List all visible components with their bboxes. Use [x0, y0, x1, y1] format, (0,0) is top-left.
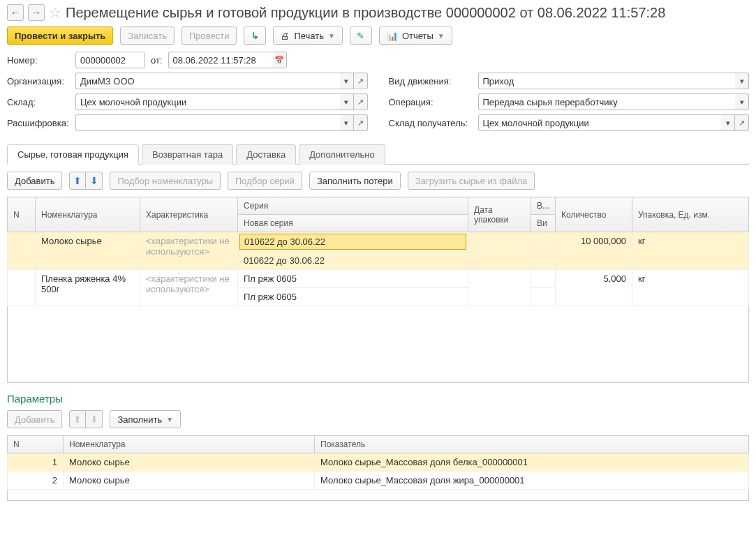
pcol-n[interactable]: N [8, 436, 64, 453]
params-add-button[interactable]: Добавить [7, 410, 62, 428]
col-qty[interactable]: Количество [556, 197, 632, 232]
cell-packdate [468, 270, 531, 306]
pcol-nom[interactable]: Номенклатура [64, 436, 315, 453]
params-move-down-button[interactable]: ⬇ [86, 410, 103, 428]
add-row-button[interactable]: Добавить [7, 172, 62, 190]
pcell-nom: Молоко сырье [64, 453, 315, 472]
table-row[interactable]: Пленка ряженка 4% 500г <характеристики н… [8, 270, 749, 288]
move-down-button[interactable]: ⬇ [86, 172, 103, 190]
col-characteristic[interactable]: Характеристика [140, 197, 238, 232]
green-arrow-icon [251, 31, 259, 41]
cell-series: Пл ряж 0605 [238, 270, 468, 288]
pcell-indicator: Молоко сырье_Массовая доля белка_0000000… [315, 453, 749, 472]
pick-series-button[interactable]: Подбор серий [228, 172, 302, 190]
warehouse-open-button[interactable]: ↗ [354, 93, 368, 110]
reports-button[interactable]: Отчеты ▼ [379, 27, 452, 45]
dest-wh-label: Склад получатель: [389, 118, 473, 128]
cell-char: <характеристики не используются> [140, 270, 238, 306]
cell-packdate [468, 232, 531, 270]
col-b[interactable]: В... [531, 197, 556, 215]
col-pack-date[interactable]: Дата упаковки [468, 197, 531, 232]
calendar-button[interactable]: 📅 [273, 52, 287, 68]
report-icon [387, 31, 398, 41]
favorite-star-icon[interactable]: ☆ [49, 4, 61, 21]
cell-nom: Пленка ряженка 4% 500г [36, 270, 140, 306]
tab-raw-materials[interactable]: Сырье, готовая продукция [7, 144, 139, 165]
page-title: Перемещение сырья и готовой продукции в … [66, 5, 665, 21]
print-button[interactable]: Печать ▼ [273, 27, 343, 45]
move-up-button[interactable]: ⬆ [69, 172, 86, 190]
org-field[interactable]: ДимМЗ ООО [75, 73, 340, 89]
decode-field[interactable] [75, 114, 340, 131]
col-unit[interactable]: Упаковка, Ед. изм. [632, 197, 749, 232]
warehouse-dropdown-button[interactable]: ▾ [340, 93, 354, 110]
nav-back-button[interactable]: ← [7, 4, 24, 21]
from-label: от: [151, 55, 163, 66]
pcell-n: 2 [8, 472, 64, 490]
cell-qty: 5,000 [556, 270, 632, 306]
operation-dropdown-button[interactable]: ▾ [735, 93, 749, 110]
decode-open-button[interactable]: ↗ [354, 114, 368, 131]
cell-char: <характеристики не используются> [140, 232, 238, 270]
movement-icon-button[interactable] [244, 27, 266, 45]
cell-nom: Молоко сырье [36, 232, 140, 270]
tab-returnable[interactable]: Возвратная тара [142, 144, 233, 165]
materials-table: N Номенклатура Характеристика Серия Дата… [7, 197, 749, 383]
tab-delivery[interactable]: Доставка [236, 144, 296, 165]
cell-new-series: Пл ряж 0605 [238, 288, 468, 306]
cell-series-edit[interactable]: 010622 до 30.06.22 [239, 234, 466, 250]
operation-field[interactable]: Передача сырья переработчику [478, 93, 736, 110]
post-and-close-button[interactable]: Провести и закрыть [7, 27, 113, 45]
params-move-up-button[interactable]: ⬆ [69, 410, 86, 428]
decode-dropdown-button[interactable]: ▾ [340, 114, 354, 131]
params-fill-button[interactable]: Заполнить ▼ [110, 410, 181, 428]
pcell-indicator: Молоко сырье_Массовая доля жира_00000000… [315, 472, 749, 490]
params-table: N Номенклатура Показатель 1 Молоко сырье… [7, 435, 749, 501]
print-icon [281, 31, 290, 41]
cell-unit: кг [632, 232, 749, 270]
date-field[interactable]: 08.06.2022 11:57:28 [168, 52, 273, 68]
col-series[interactable]: Серия [238, 197, 468, 215]
operation-label: Операция: [389, 97, 473, 107]
dest-wh-dropdown-button[interactable]: ▾ [721, 114, 735, 131]
org-dropdown-button[interactable]: ▾ [340, 73, 354, 89]
nav-forward-button[interactable]: → [28, 4, 45, 21]
post-button[interactable]: Провести [181, 27, 237, 45]
params-title: Параметры [7, 393, 749, 405]
col-n[interactable]: N [8, 197, 36, 232]
table-row[interactable]: 1 Молоко сырье Молоко сырье_Массовая дол… [8, 453, 749, 472]
table-row[interactable]: Молоко сырье <характеристики не использу… [8, 232, 749, 252]
warehouse-field[interactable]: Цех молочной продукции [75, 93, 340, 110]
fill-losses-button[interactable]: Заполнить потери [309, 172, 401, 190]
edit-icon-button[interactable] [350, 27, 372, 45]
load-from-file-button[interactable]: Загрузить сырье из файла [408, 172, 535, 190]
pencil-icon [357, 31, 364, 41]
movement-field[interactable]: Приход [478, 73, 736, 89]
cell-qty: 10 000,000 [556, 232, 632, 270]
pcell-n: 1 [8, 453, 64, 472]
movement-label: Вид движения: [389, 76, 473, 86]
warehouse-label: Склад: [7, 97, 70, 107]
org-label: Организация: [7, 76, 70, 86]
org-open-button[interactable]: ↗ [354, 73, 368, 89]
save-button[interactable]: Записать [120, 27, 175, 45]
tab-additional[interactable]: Дополнительно [299, 144, 385, 165]
pcol-indicator[interactable]: Показатель [315, 436, 749, 453]
col-new-series[interactable]: Новая серия [238, 215, 468, 232]
decode-label: Расшифровка: [7, 118, 70, 128]
number-label: Номер: [7, 55, 70, 66]
dest-wh-open-button[interactable]: ↗ [735, 114, 749, 131]
cell-unit: кг [632, 270, 749, 306]
number-field[interactable]: 000000002 [75, 52, 145, 68]
cell-new-series: 010622 до 30.06.22 [238, 252, 468, 270]
col-nomenclature[interactable]: Номенклатура [36, 197, 140, 232]
dest-wh-field[interactable]: Цех молочной продукции [478, 114, 722, 131]
table-row[interactable]: 2 Молоко сырье Молоко сырье_Массовая дол… [8, 472, 749, 490]
col-vi[interactable]: Ви [531, 215, 556, 232]
movement-dropdown-button[interactable]: ▾ [735, 73, 749, 89]
pick-nomenclature-button[interactable]: Подбор номенклатуры [110, 172, 221, 190]
pcell-nom: Молоко сырье [64, 472, 315, 490]
